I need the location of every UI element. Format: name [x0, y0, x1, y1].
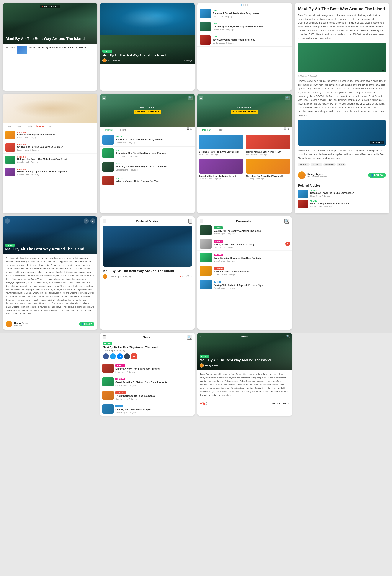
related-article-item[interactable]: TRAVEL Become A Travel Pro In One Easy L…	[298, 190, 386, 198]
article-item[interactable]: TRAVEL Become A Travel Pro In One Easy L…	[197, 7, 292, 20]
article-item[interactable]: TRAVEL Choosing The Right Boutique Hotel…	[197, 20, 292, 33]
search-button-a[interactable]: 🔍	[188, 95, 193, 100]
ng-article[interactable]: TRAVEL Why Las Vegas Hotel Rooms For You	[100, 174, 195, 187]
related-box[interactable]: RELATED Get Around Easily With A New Yor…	[3, 44, 97, 57]
nav-back-button[interactable]: ←	[103, 219, 106, 223]
related-label: RELATED	[6, 46, 15, 49]
bookmark-item[interactable]: TRAVEL Maui By Air The Best Way Around T…	[197, 224, 292, 237]
detail-title: Maui By Air The Best Way Around The Isla…	[295, 3, 389, 14]
related-thumb-1	[298, 190, 308, 198]
tab-recent-b[interactable]: Recent	[213, 127, 226, 133]
reader-body: Brent Conrad talks with everyone from, f…	[3, 254, 97, 318]
ng-article[interactable]: TRAVEL Maui By Air The Best Way Around T…	[100, 160, 195, 174]
tab-travel[interactable]: Travel	[4, 123, 14, 129]
dot-4[interactable]	[247, 4, 248, 5]
tab-tech[interactable]: Tech	[46, 123, 54, 129]
ng-grid-thumb	[199, 135, 243, 149]
cooking-list-item[interactable]: COOKING Cooking Healthy For Radiant Heal…	[3, 129, 97, 142]
article-item[interactable]: TRAVEL Why Las Vegas Hotel Rooms For You…	[197, 33, 292, 47]
news-list-item[interactable]: TECH Dealing With Technical Support Aust…	[100, 402, 195, 416]
messenger-share-button[interactable]: m	[117, 353, 123, 359]
related-article-item[interactable]: TRAVEL Why Las Vegas Hotel Rooms For You…	[298, 200, 386, 208]
ng-article[interactable]: TRAVEL Become A Travel Pro In One Easy L…	[100, 133, 195, 146]
news-list-item[interactable]: BEAUTY Great Benefits Of Natural Skin Ca…	[100, 375, 195, 389]
list-view-icon-a[interactable]: ☰	[186, 127, 189, 133]
article-mobile-card: ← News 🔍 TRAVEL Maui By Air The Best Way…	[197, 333, 292, 416]
cooking-title: Barbecue Party Tips For A Truly Amazing …	[17, 170, 68, 173]
more-share-button[interactable]: +	[131, 353, 137, 359]
tag-island[interactable]: ISLAND	[311, 163, 322, 166]
mobile-share-button[interactable]: ⤴	[206, 402, 207, 405]
cooking-thumb	[5, 143, 15, 152]
ng-article-cat: TRAVEL	[116, 136, 163, 138]
mobile-search-button[interactable]: 🔍	[286, 335, 290, 338]
bookmark-item[interactable]: BEAUTY Making A New Trend In Poster Prin…	[197, 237, 292, 251]
mobile-bookmark-button[interactable]: 🔖	[202, 402, 206, 405]
photo-credit: © Photo by Sally Lynch	[295, 75, 389, 79]
menu-button-a[interactable]: ☰	[102, 95, 106, 100]
cooking-list-item[interactable]: COOKING Refrigerated Treats Can Make For…	[3, 154, 97, 166]
tab-cooking[interactable]: Cooking	[34, 123, 46, 129]
heart-button[interactable]: ♥	[83, 218, 89, 224]
mobile-author-row: Danny Reyes	[200, 363, 289, 368]
search-button-b[interactable]: 🔍	[285, 95, 290, 100]
back-button[interactable]: ←	[5, 218, 10, 224]
ng-grid-item[interactable]: How To Maintain Your Mental Health Rosie…	[245, 133, 292, 157]
mobile-heart-button[interactable]: ♥	[200, 402, 202, 406]
dot-3[interactable]	[245, 4, 246, 5]
news-search-button[interactable]: 🔍	[187, 335, 192, 340]
ng-grid-item[interactable]: New Ideas For A Low Cost Vacation On Lin…	[245, 157, 292, 181]
tab-beauty[interactable]: Beauty	[24, 123, 34, 129]
bookmark-item[interactable]: TECH Dealing With Technical Support 10 U…	[197, 278, 292, 291]
reader-hero-title: Maui By Air The Best Way Around The Isla…	[5, 247, 95, 251]
tag-travel[interactable]: TRAVEL	[298, 163, 310, 166]
menu-button-b[interactable]: ☰	[199, 95, 203, 100]
tab-popular-a[interactable]: Popular	[103, 127, 116, 133]
reader-follow-button[interactable]: 👤 FOLLOW	[79, 322, 95, 326]
featured-action-button[interactable]: ⊞	[188, 219, 192, 224]
bookmark-item[interactable]: BEAUTY Great Benefits Of Natural Skin Ca…	[197, 251, 292, 264]
follow-icon: 👤	[371, 174, 373, 176]
bookmarks-search-button[interactable]: 🔍	[284, 219, 289, 224]
next-story-button[interactable]: NEXT STORY →	[272, 402, 289, 405]
ng-grid-item[interactable]: Coventry City Guide Including Coventry F…	[197, 157, 245, 181]
news-list-item[interactable]: BEAUTY Making A New Trend In Poster Prin…	[100, 362, 195, 375]
tag-summer[interactable]: SUMMER	[323, 163, 336, 166]
tab-design[interactable]: Design	[14, 123, 24, 129]
tag-surf[interactable]: SURF	[337, 163, 346, 166]
delete-bookmark-button[interactable]: ×	[286, 242, 290, 246]
author-avatar	[103, 58, 106, 62]
news-menu-button[interactable]: ☰	[103, 335, 106, 339]
grid-view-icon-a[interactable]: ⊞	[190, 127, 192, 133]
facebook-share-button[interactable]: f	[103, 353, 109, 359]
follow-button[interactable]: 👤 FOLLOW	[368, 173, 386, 178]
news-list-item[interactable]: COOKING The Importance Of Food Elements …	[100, 389, 195, 402]
ng-grid-item[interactable]: Become A Travel Pro In One Easy Lesson E…	[197, 133, 245, 157]
share-button[interactable]: ⤴	[90, 218, 95, 224]
cooking-title: Refrigerated Treats Can Make For A Cool …	[17, 158, 67, 161]
tumblr-share-button[interactable]: t	[124, 353, 130, 359]
bookmark-item[interactable]: COOKING The Importance Of Food Elements …	[197, 264, 292, 278]
dot-1[interactable]	[241, 4, 242, 5]
list-view-icon-b[interactable]: ☰	[284, 127, 286, 133]
ng-article[interactable]: TRAVEL Choosing The Right Boutique Hotel…	[100, 146, 195, 160]
twitter-share-button[interactable]: t	[110, 353, 116, 359]
tab-recent-a[interactable]: Recent	[116, 127, 129, 133]
article-info: TRAVEL Choosing The Right Boutique Hotel…	[213, 23, 289, 31]
bookmark-category: TECH	[214, 281, 221, 283]
bookmarks-menu-button[interactable]: ☰	[200, 219, 203, 223]
dot-2[interactable]	[243, 4, 244, 5]
grid-view-icon-b[interactable]: ⊞	[287, 127, 289, 133]
cooking-list-item[interactable]: COOKING Barbecue Party Tips For A Truly …	[3, 166, 97, 178]
cooking-title: Grilling Tips For The Dog Days Of Summer	[17, 146, 63, 149]
cooking-thumb	[5, 168, 15, 176]
mobile-author-name: Danny Reyes	[205, 364, 218, 367]
cooking-list-item[interactable]: COOKING Grilling Tips For The Dog Days O…	[3, 142, 97, 154]
news-item-meta: Elmer Greer · 1 day ago	[115, 371, 160, 373]
bookmark-thumb	[200, 266, 212, 276]
watch-live-label: WATCH LIVE	[44, 5, 58, 8]
mobile-back-button[interactable]: ←	[199, 334, 203, 338]
article-title: Why Las Vegas Hotel Rooms For You	[213, 38, 289, 41]
aerial-title: Maui By Air The Best Way Around The Isla…	[103, 54, 192, 58]
tab-popular-b[interactable]: Popular	[200, 127, 213, 133]
